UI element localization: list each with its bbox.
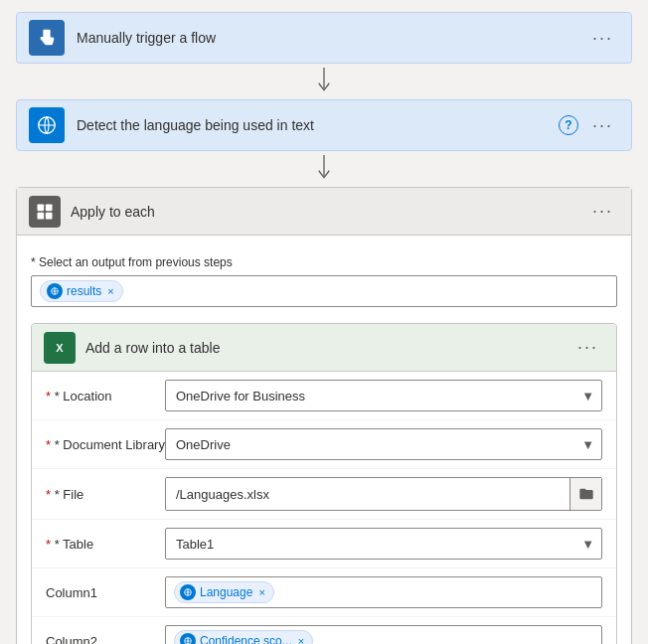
results-token-label: results — [67, 284, 101, 298]
apply-each-icon — [29, 196, 61, 228]
column2-row: Column2 — [32, 617, 616, 644]
confidence-token-icon — [180, 633, 196, 644]
results-token-close[interactable]: × — [107, 285, 113, 297]
confidence-token-label: Confidence sco... — [200, 634, 292, 644]
language-token-close[interactable]: × — [258, 586, 264, 598]
column1-label: Column1 — [46, 585, 165, 600]
column1-row: Column1 — [32, 568, 616, 617]
output-token-input[interactable]: results × — [31, 275, 617, 307]
location-dropdown[interactable]: OneDrive for Business — [165, 380, 602, 411]
svg-rect-5 — [46, 204, 53, 211]
detect-more-button[interactable]: ··· — [586, 111, 619, 140]
file-browse-button[interactable] — [569, 478, 601, 510]
apply-each-card: Apply to each ··· * Select an output fro… — [16, 187, 632, 644]
add-row-header: X Add a row into a table ··· — [32, 324, 616, 372]
column1-control: Language × — [165, 576, 602, 608]
detect-step-icon — [29, 107, 65, 143]
column2-label: Column2 — [46, 634, 165, 645]
svg-rect-6 — [38, 212, 45, 219]
language-token: Language × — [174, 581, 274, 603]
trigger-more-button[interactable]: ··· — [586, 24, 619, 53]
file-label: * File — [46, 487, 165, 502]
detect-label: Detect the language being used in text — [77, 117, 559, 133]
arrow-1 — [315, 64, 333, 99]
table-label: * Table — [46, 537, 165, 552]
detect-help-icon[interactable]: ? — [559, 115, 578, 135]
apply-each-body: * Select an output from previous steps — [17, 236, 631, 644]
apply-each-header: Apply to each ··· — [17, 188, 631, 236]
select-output-section: * Select an output from previous steps — [31, 245, 617, 323]
arrow-2 — [315, 151, 333, 187]
language-token-icon — [180, 584, 196, 600]
document-library-dropdown[interactable]: OneDrive — [165, 428, 602, 460]
trigger-icon — [29, 20, 65, 56]
svg-rect-4 — [38, 204, 45, 211]
add-row-body: * Location OneDrive for Business ▼ * Doc — [32, 372, 616, 644]
trigger-label: Manually trigger a flow — [77, 30, 586, 46]
trigger-step: Manually trigger a flow ··· — [16, 12, 632, 64]
file-field-wrap — [165, 477, 602, 511]
document-library-label: * Document Library — [46, 437, 165, 452]
results-token-icon — [47, 283, 63, 299]
table-row: * Table Table1 ▼ — [32, 520, 616, 568]
results-token: results × — [40, 280, 123, 302]
language-token-label: Language — [200, 585, 252, 599]
add-row-card: X Add a row into a table ··· * Location … — [31, 323, 617, 644]
table-dropdown[interactable]: Table1 — [165, 528, 602, 560]
location-row: * Location OneDrive for Business ▼ — [32, 372, 616, 420]
file-row: * File — [32, 469, 616, 520]
location-control: OneDrive for Business ▼ — [165, 380, 602, 411]
location-label: * Location — [46, 389, 165, 403]
document-library-row: * Document Library OneDrive ▼ — [32, 420, 616, 469]
confidence-token-close[interactable]: × — [298, 635, 304, 644]
add-row-icon: X — [44, 332, 76, 364]
apply-each-label: Apply to each — [71, 204, 586, 220]
column2-token-field[interactable]: Confidence sco... × — [165, 625, 602, 644]
add-row-more-button[interactable]: ··· — [571, 333, 604, 362]
svg-rect-7 — [46, 212, 53, 219]
file-input[interactable] — [166, 478, 569, 510]
column1-token-field[interactable]: Language × — [165, 576, 602, 608]
document-library-control: OneDrive ▼ — [165, 428, 602, 460]
file-control — [165, 477, 602, 511]
detect-step: Detect the language being used in text ?… — [16, 99, 632, 151]
apply-each-more-button[interactable]: ··· — [586, 197, 619, 226]
confidence-token: Confidence sco... × — [174, 630, 313, 644]
table-control: Table1 ▼ — [165, 528, 602, 560]
select-output-label: * Select an output from previous steps — [31, 255, 617, 269]
column2-control: Confidence sco... × — [165, 625, 602, 644]
add-row-label: Add a row into a table — [85, 340, 571, 356]
